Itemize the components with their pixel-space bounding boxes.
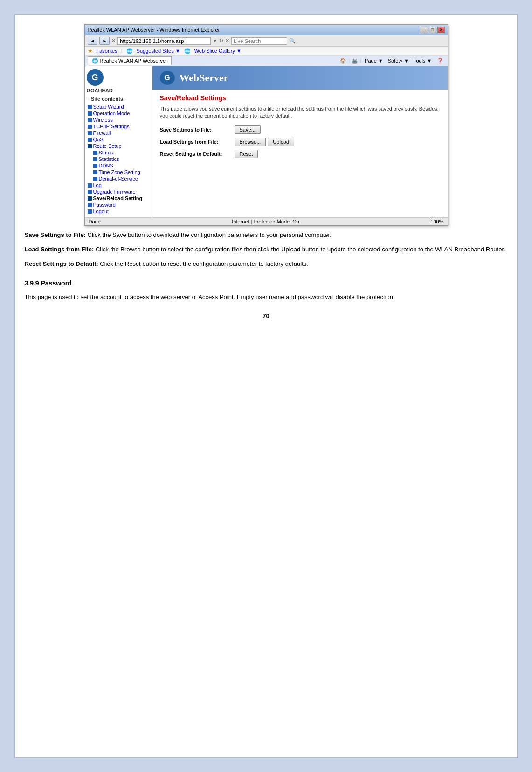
web-slice-link[interactable]: Web Slice Gallery ▼ bbox=[194, 48, 242, 54]
minimize-button[interactable]: ─ bbox=[421, 27, 428, 33]
sq-icon bbox=[88, 203, 92, 207]
page-button[interactable]: Page ▼ bbox=[363, 57, 385, 64]
dropdown-arrow-icon: ▼ bbox=[213, 38, 217, 43]
sidebar-item-tcp-ip[interactable]: TCP/IP Settings bbox=[87, 123, 150, 130]
sidebar-item-log[interactable]: Log bbox=[87, 182, 150, 188]
browser-tab[interactable]: 🌐 Realtek WLAN AP Webserver bbox=[88, 56, 172, 65]
save-controls: Save... bbox=[235, 125, 261, 134]
sidebar-item-label: Password bbox=[93, 202, 116, 208]
sidebar-item-label: Status bbox=[99, 150, 113, 155]
upload-button[interactable]: Upload bbox=[268, 138, 294, 146]
sidebar-item-label: Operation Mode bbox=[93, 111, 130, 116]
sidebar-item-upgrade[interactable]: Upgrade Firmware bbox=[87, 188, 150, 195]
tools-button[interactable]: Tools ▼ bbox=[412, 57, 434, 64]
sidebar-item-ddns[interactable]: DDNS bbox=[87, 162, 150, 169]
search-icon[interactable]: 🔍 bbox=[289, 38, 296, 44]
sidebar-item-label: Setup Wizard bbox=[93, 104, 124, 110]
reset-paragraph: Reset Settings to Default: Click the Res… bbox=[25, 259, 508, 269]
internet-status: Internet | Protected Mode: On bbox=[232, 219, 299, 224]
load-controls: Browse... Upload bbox=[235, 138, 295, 146]
main-content: G WebServer Save/Reload Settings This pa… bbox=[152, 66, 448, 217]
sidebar-item-label: QoS bbox=[93, 137, 104, 142]
sidebar-item-label: Route Setup bbox=[93, 143, 122, 149]
help-button[interactable]: ❓ bbox=[435, 57, 445, 64]
home-icon[interactable]: 🏠 bbox=[340, 58, 346, 64]
sidebar-item-setup-wizard[interactable]: Setup Wizard bbox=[87, 104, 150, 110]
toolbar-right: 🏠 | 🖨️ | Page ▼ Safety ▼ Tools ▼ ❓ bbox=[340, 57, 444, 64]
sidebar-item-label: Denial-of-Service bbox=[99, 176, 138, 181]
save-text: Click the Save button to download the co… bbox=[86, 231, 332, 238]
webserver-logo: G bbox=[160, 71, 175, 85]
load-paragraph: Load Settings from File: Click the Brows… bbox=[25, 245, 508, 255]
webserver-header: G WebServer bbox=[152, 66, 448, 90]
close-button[interactable]: ✕ bbox=[437, 27, 445, 33]
page-icon: 🌐 bbox=[92, 58, 98, 63]
sidebar-item-statistics[interactable]: Statistics bbox=[87, 156, 150, 162]
stop-nav-icon: ✕ bbox=[225, 38, 229, 44]
stop-icon: ✕ bbox=[111, 38, 116, 44]
sidebar-item-time-zone[interactable]: Time Zone Setting bbox=[87, 169, 150, 175]
sq-icon bbox=[88, 183, 92, 188]
save-button[interactable]: Save... bbox=[235, 125, 261, 134]
forward-button[interactable]: ► bbox=[99, 37, 110, 45]
tab-label: Realtek WLAN AP Webserver bbox=[100, 58, 167, 63]
favorites-link[interactable]: Favorites bbox=[97, 48, 117, 54]
sidebar-item-label: TCP/IP Settings bbox=[93, 124, 130, 129]
divider-1: | bbox=[121, 48, 123, 54]
toolbar-divider: | bbox=[348, 58, 350, 63]
browser-window: Realtek WLAN AP Webserver - Windows Inte… bbox=[84, 24, 448, 226]
sidebar-item-dos[interactable]: Denial-of-Service bbox=[87, 175, 150, 182]
reset-button[interactable]: Reset bbox=[235, 150, 258, 158]
webserver-title: WebServer bbox=[180, 72, 228, 84]
safety-button[interactable]: Safety ▼ bbox=[387, 57, 410, 64]
load-text: Click the Browse button to select the co… bbox=[94, 246, 505, 253]
sq-icon-dark bbox=[88, 144, 92, 148]
restore-button[interactable]: □ bbox=[429, 27, 436, 33]
sq-icon-dark bbox=[88, 196, 92, 201]
save-paragraph: Save Settings to File: Click the Save bu… bbox=[25, 230, 508, 240]
sidebar-item-label: Logout bbox=[93, 209, 109, 214]
sidebar-item-qos[interactable]: QoS bbox=[87, 136, 150, 143]
back-button[interactable]: ◄ bbox=[88, 37, 98, 45]
sq-icon bbox=[88, 125, 92, 129]
address-input[interactable] bbox=[117, 37, 211, 45]
page-number: 70 bbox=[25, 312, 508, 321]
sidebar-item-route-setup[interactable]: Route Setup bbox=[87, 143, 150, 149]
browse-button[interactable]: Browse... bbox=[235, 138, 266, 146]
sidebar-item-logout[interactable]: Logout bbox=[87, 208, 150, 215]
save-label: Save Settings to File: bbox=[160, 127, 235, 132]
sidebar-item-label: Upgrade Firmware bbox=[93, 189, 136, 195]
browser-controls: ─ □ ✕ bbox=[421, 27, 445, 33]
sq-icon bbox=[88, 111, 92, 116]
sq-icon bbox=[88, 131, 92, 135]
sq-icon bbox=[93, 177, 97, 181]
sidebar-item-label: Save/Reload Setting bbox=[93, 195, 143, 201]
sq-icon bbox=[88, 118, 92, 122]
sidebar-item-save-reload[interactable]: Save/Reload Setting bbox=[87, 195, 150, 202]
zoom-level: 100% bbox=[430, 219, 443, 224]
section-heading: 3.9.9 Password bbox=[25, 278, 508, 288]
globe-icon: 🌐 bbox=[126, 48, 133, 54]
print-icon[interactable]: 🖨️ bbox=[352, 58, 358, 64]
reset-text: Click the Reset button to reset the conf… bbox=[98, 260, 308, 267]
browser-content: G GOAHEAD ≡ Site contents: Setup Wizard … bbox=[85, 66, 448, 217]
reset-controls: Reset bbox=[235, 150, 258, 158]
suggested-sites-link[interactable]: Suggested Sites ▼ bbox=[137, 48, 180, 54]
sidebar-item-firewall[interactable]: Firewall bbox=[87, 130, 150, 136]
sidebar-item-label: Statistics bbox=[99, 156, 119, 162]
doc-area: Save Settings to File: Click the Save bu… bbox=[25, 226, 508, 326]
content-description: This page allows you save current settin… bbox=[160, 105, 440, 120]
sidebar-item-operation-mode[interactable]: Operation Mode bbox=[87, 110, 150, 117]
sidebar-logo: G bbox=[87, 69, 104, 86]
sidebar-item-label: DDNS bbox=[99, 163, 113, 168]
save-bold: Save Settings to File: bbox=[25, 231, 86, 238]
load-bold: Load Settings from File: bbox=[25, 246, 94, 253]
sidebar-item-password[interactable]: Password bbox=[87, 202, 150, 208]
address-bar: ◄ ► ✕ ▼ ↻ ✕ 🔍 bbox=[85, 35, 448, 47]
browser-titlebar: Realtek WLAN AP Webserver - Windows Inte… bbox=[85, 25, 448, 35]
search-input[interactable] bbox=[231, 37, 287, 45]
sidebar-item-wireless[interactable]: Wireless bbox=[87, 117, 150, 123]
sidebar-section: ≡ Site contents: bbox=[87, 96, 150, 102]
refresh-icon: ↻ bbox=[219, 38, 223, 44]
sidebar-item-status[interactable]: Status bbox=[87, 149, 150, 156]
